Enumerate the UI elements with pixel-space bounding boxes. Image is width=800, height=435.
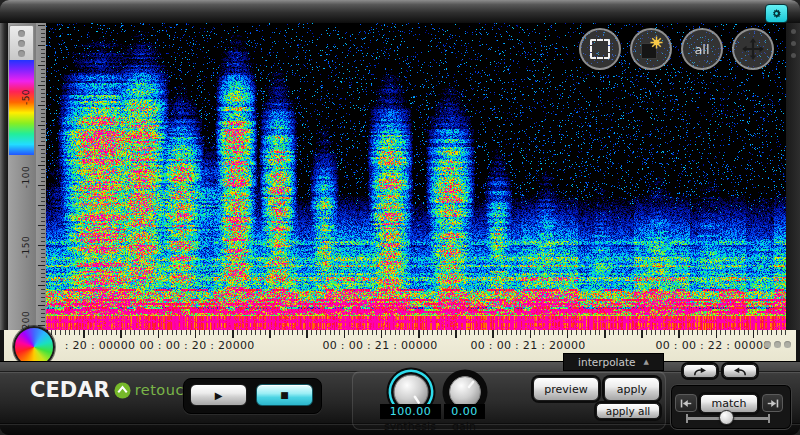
marquee-icon xyxy=(590,39,610,59)
marquee-select-button[interactable] xyxy=(579,28,621,70)
apply-label: apply xyxy=(617,383,647,396)
match-label: match xyxy=(712,397,747,410)
grip-dot xyxy=(18,40,25,47)
play-button[interactable]: ▶ xyxy=(190,384,247,406)
gain-label: gain xyxy=(452,420,476,433)
time-bar-dots xyxy=(764,341,791,348)
fill-selection-icon xyxy=(641,39,661,59)
select-all-label: all xyxy=(694,42,709,57)
zoom-slider-thumb[interactable] xyxy=(719,410,734,425)
settings-button[interactable] xyxy=(765,4,788,23)
synthesis-label: synthesis xyxy=(384,420,436,433)
frame-dot xyxy=(791,29,796,34)
time-major-ticks xyxy=(46,330,786,338)
pan-icon xyxy=(740,36,766,62)
apply-all-label: apply all xyxy=(606,405,651,417)
level-ruler xyxy=(36,23,46,330)
pan-button[interactable] xyxy=(732,28,774,70)
gain-value[interactable]: 0.00 xyxy=(444,404,485,419)
arrow-to-start-icon xyxy=(679,398,693,409)
interpolate-dropdown[interactable]: interpolate ▲ xyxy=(563,353,664,371)
frame-dot xyxy=(791,53,796,58)
chevron-up-icon: ▲ xyxy=(644,358,649,366)
stop-button[interactable]: ■ xyxy=(256,384,313,406)
next-bound-button[interactable] xyxy=(762,394,783,412)
spectrogram-canvas[interactable] xyxy=(46,23,786,330)
select-all-button[interactable]: all xyxy=(681,28,723,70)
previous-bound-button[interactable] xyxy=(675,394,697,412)
fill-selection-button[interactable] xyxy=(630,28,672,70)
stop-icon: ■ xyxy=(280,390,289,400)
window-right-frame xyxy=(786,23,800,330)
frame-dot xyxy=(791,41,796,46)
gear-icon xyxy=(770,7,783,20)
redo-icon xyxy=(731,367,749,376)
synthesis-value[interactable]: 100.00 xyxy=(380,404,441,419)
plugin-window: -50-100-150-200 all xyxy=(0,0,800,435)
preview-label: preview xyxy=(544,383,587,396)
arrow-to-end-icon xyxy=(766,398,780,409)
level-colorbar xyxy=(9,60,34,155)
title-bar[interactable] xyxy=(0,0,800,23)
cedar-logo-icon xyxy=(114,382,131,399)
apply-button[interactable]: apply xyxy=(604,377,660,401)
redo-button[interactable] xyxy=(723,364,757,378)
grip-dot xyxy=(18,50,25,57)
brand-logo: CEDAR retouch xyxy=(30,378,194,402)
grip-dot xyxy=(18,30,25,37)
major-ticks xyxy=(38,25,45,330)
vertical-scroll-thumb[interactable] xyxy=(9,25,34,62)
interpolate-label: interpolate xyxy=(578,356,635,368)
window-left-frame xyxy=(0,23,8,330)
apply-all-button[interactable]: apply all xyxy=(596,403,660,419)
transport-controls: ▶ ■ xyxy=(183,378,322,414)
undo-icon xyxy=(691,367,709,376)
play-icon: ▶ xyxy=(215,390,223,401)
undo-button[interactable] xyxy=(683,364,717,378)
preview-button[interactable]: preview xyxy=(533,377,599,401)
brand-name: CEDAR xyxy=(30,378,110,402)
